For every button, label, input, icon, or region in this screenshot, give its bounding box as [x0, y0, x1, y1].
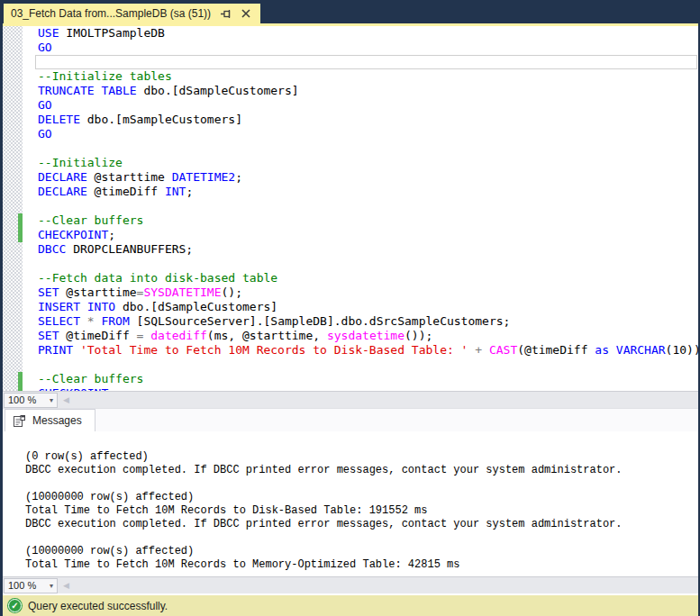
message-line: Total Time to Fetch 10M Records to Memor…: [25, 558, 698, 572]
messages-tab-label: Messages: [32, 414, 82, 427]
code-line: [38, 55, 698, 69]
message-line: [25, 437, 698, 450]
message-line: Total Time to Fetch 10M Records to Disk-…: [25, 504, 698, 518]
status-text: Query executed successfully.: [28, 600, 168, 612]
editor-zoom-select[interactable]: 100 % ▾: [4, 393, 58, 408]
message-line: (10000000 row(s) affected): [25, 491, 698, 504]
message-line: (10000000 row(s) affected): [25, 545, 698, 558]
code-line: [38, 141, 698, 156]
editor-selection-margin: [3, 26, 23, 391]
document-tab-title: 03_Fetch Data from...SampleDB (sa (51)): [11, 7, 211, 20]
editor-horizontal-scrollbar[interactable]: ◀: [58, 392, 698, 408]
scroll-left-icon[interactable]: ◀: [63, 582, 69, 590]
editor-zoom-value: 100 %: [8, 394, 36, 405]
code-line: PRINT 'Total Time to Fetch 10M Records t…: [38, 343, 698, 358]
code-line: --Initialize: [38, 156, 698, 170]
tab-messages[interactable]: Messages: [5, 409, 95, 431]
scroll-left-icon[interactable]: ◀: [63, 396, 69, 404]
code-line: [38, 199, 698, 213]
messages-icon: [13, 414, 26, 428]
results-horizontal-scrollbar[interactable]: ◀: [58, 577, 698, 593]
message-line: DBCC execution completed. If DBCC printe…: [25, 464, 698, 477]
code-line: SELECT * FROM [SQLSourceServer].[SampleD…: [38, 314, 698, 329]
code-line: GO: [38, 98, 698, 113]
code-line: USE IMOLTPSampleDB: [38, 26, 698, 41]
message-line: (0 row(s) affected): [25, 450, 698, 464]
code-line: [38, 257, 698, 271]
results-zoom-value: 100 %: [8, 580, 36, 591]
chevron-down-icon: ▾: [50, 396, 53, 404]
document-tab-strip: 03_Fetch Data from...SampleDB (sa (51)): [3, 0, 698, 23]
results-zoom-select[interactable]: 100 % ▾: [4, 578, 58, 593]
code-line: --Clear buffers: [38, 372, 698, 386]
message-line: [25, 531, 698, 545]
code-line: DELETE dbo.[mSampleCustomers]: [38, 113, 698, 127]
results-scroll-strip: 100 % ▾ ◀: [3, 576, 698, 593]
status-bar: ✓ Query executed successfully.: [3, 595, 698, 616]
code-line: GO: [38, 41, 698, 55]
code-line: DBCC DROPCLEANBUFFERS;: [38, 242, 698, 257]
close-icon[interactable]: [240, 7, 252, 20]
results-tab-row: Messages: [3, 408, 698, 431]
messages-pane[interactable]: (0 row(s) affected)DBCC execution comple…: [3, 431, 698, 576]
success-check-icon: ✓: [8, 599, 22, 612]
sql-editor[interactable]: USE IMOLTPSampleDBGO --Initialize tables…: [3, 26, 698, 391]
code-line: INSERT INTO dbo.[dSampleCustomers]: [38, 300, 698, 314]
code-line: --Initialize tables: [38, 69, 698, 84]
code-line: --Clear buffers: [38, 213, 698, 228]
code-area[interactable]: USE IMOLTPSampleDBGO --Initialize tables…: [23, 26, 698, 391]
message-line: [25, 477, 698, 491]
code-line: [38, 358, 698, 372]
code-line: CHECKPOINT;: [38, 386, 698, 391]
code-line: SET @starttime=SYSDATETIME();: [38, 285, 698, 300]
code-line: CHECKPOINT;: [38, 228, 698, 242]
code-line: --Fetch data into disk-based table: [38, 271, 698, 285]
document-tab[interactable]: 03_Fetch Data from...SampleDB (sa (51)): [4, 4, 260, 23]
pin-icon[interactable]: [219, 7, 232, 20]
code-line: DECLARE @starttime DATETIME2;: [38, 170, 698, 185]
message-line: DBCC execution completed. If DBCC printe…: [25, 518, 698, 531]
ssms-query-window: 03_Fetch Data from...SampleDB (sa (51)) …: [0, 0, 700, 616]
code-line: GO: [38, 127, 698, 141]
editor-scroll-strip: 100 % ▾ ◀: [3, 391, 698, 408]
chevron-down-icon: ▾: [50, 582, 53, 590]
code-line: DECLARE @timeDiff INT;: [38, 185, 698, 199]
code-line: SET @timeDiff = datediff(ms, @starttime,…: [38, 329, 698, 343]
code-text: USE IMOLTPSampleDBGO --Initialize tables…: [23, 26, 698, 391]
code-line: TRUNCATE TABLE dbo.[dSampleCustomers]: [38, 84, 698, 98]
